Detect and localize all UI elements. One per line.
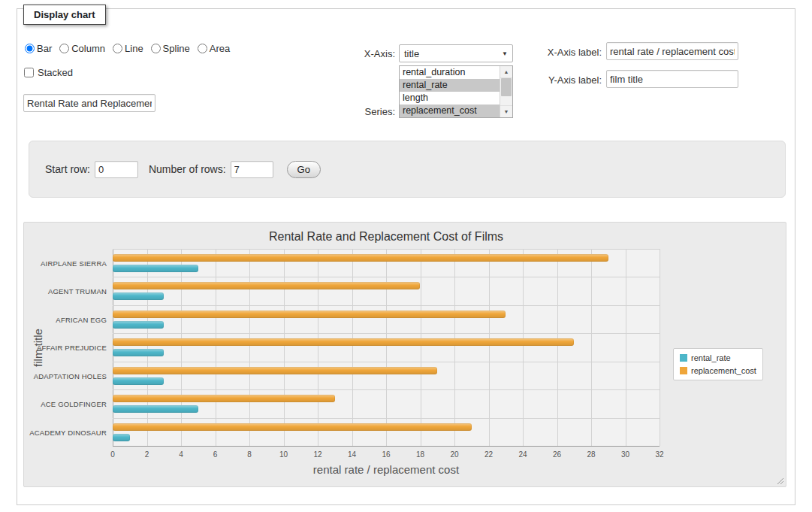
gridline-horizontal: [113, 277, 660, 277]
chart-title: Rental Rate and Replacement Cost of Film…: [113, 230, 660, 244]
series-listbox-label: Series:: [329, 106, 395, 117]
legend-swatch-rental_rate: [680, 354, 687, 362]
y-axis-label-input[interactable]: [606, 70, 738, 88]
bar-rental_rate: [113, 405, 198, 413]
x-tick-label: 28: [587, 450, 595, 459]
bar-replacement_cost: [113, 367, 437, 374]
x-tick-label: 2: [145, 450, 149, 459]
x-tick-label: 20: [450, 450, 458, 459]
gridline-vertical: [352, 249, 353, 446]
series-listbox[interactable]: rental_durationrental_ratelengthreplacem…: [399, 65, 513, 118]
x-tick-label: 12: [313, 450, 321, 459]
gridline-horizontal: [113, 333, 660, 334]
radio-label: Line: [125, 43, 143, 54]
x-tick-label: 24: [518, 450, 527, 459]
x-tick-label: 14: [348, 450, 356, 459]
legend-swatch-replacement_cost: [680, 367, 687, 374]
number-of-rows-input[interactable]: [231, 161, 273, 178]
bar-rental_rate: [113, 434, 130, 441]
bar-rental_rate: [113, 321, 164, 329]
gridline-vertical: [557, 249, 558, 446]
gridline-horizontal: [113, 305, 660, 306]
page: Display chart BarColumnLineSplineArea St…: [0, 0, 812, 512]
x-tick-label: 26: [553, 450, 561, 459]
gridline-vertical: [591, 249, 592, 446]
x-axis-select-label: X-Axis:: [329, 48, 395, 59]
chart-type-option-bar[interactable]: Bar: [25, 43, 52, 54]
bar-replacement_cost: [113, 395, 335, 402]
series-option-length[interactable]: length: [400, 92, 500, 105]
radio-label: Column: [71, 43, 105, 54]
chart-type-option-column[interactable]: Column: [59, 43, 105, 54]
gridline-horizontal: [113, 362, 660, 362]
bar-replacement_cost: [113, 311, 506, 318]
gridline-vertical: [216, 249, 216, 446]
number-of-rows-label: Number of rows:: [149, 163, 226, 175]
fieldset-legend: Display chart: [23, 5, 106, 25]
bar-replacement_cost: [113, 338, 574, 346]
chart-type-option-area[interactable]: Area: [198, 43, 230, 54]
gridline-vertical: [523, 249, 524, 446]
stacked-checkbox-row[interactable]: Stacked: [24, 67, 73, 78]
gridline-vertical: [284, 249, 285, 446]
stacked-label: Stacked: [38, 67, 73, 78]
bar-rental_rate: [113, 265, 198, 272]
scrollbar-thumb[interactable]: [501, 78, 512, 96]
gridline-horizontal: [113, 418, 660, 419]
x-tick-label: 4: [179, 450, 183, 459]
bar-rental_rate: [113, 349, 164, 356]
y-axis-title: film title: [32, 288, 44, 408]
chart-type-option-spline[interactable]: Spline: [151, 43, 190, 54]
listbox-scrollbar[interactable]: ▲ ▼: [500, 66, 512, 117]
gridline-horizontal: [113, 389, 660, 390]
series-option-rental_duration[interactable]: rental_duration: [400, 66, 500, 79]
go-button[interactable]: Go: [287, 161, 321, 178]
start-row-input[interactable]: [95, 161, 138, 178]
resize-handle-icon[interactable]: [775, 476, 784, 485]
series-option-rental_rate[interactable]: rental_rate: [400, 79, 500, 92]
category-label: ACADEMY DINOSAUR: [24, 428, 107, 436]
radio-column[interactable]: [59, 44, 69, 53]
legend-item-replacement_cost[interactable]: replacement_cost: [680, 366, 756, 375]
chart-type-option-line[interactable]: Line: [113, 43, 143, 54]
radio-line[interactable]: [113, 44, 122, 53]
y-axis-label-label: Y-Axis label:: [525, 74, 602, 86]
gridline-vertical: [249, 249, 250, 446]
radio-label: Bar: [37, 43, 52, 54]
x-tick-label: 22: [484, 450, 493, 459]
legend-item-rental_rate[interactable]: rental_rate: [680, 353, 756, 362]
x-tick-label: 6: [213, 450, 218, 459]
gridline-vertical: [660, 249, 660, 446]
radio-bar[interactable]: [25, 44, 35, 53]
start-row-label: Start row:: [45, 163, 90, 175]
radio-label: Area: [210, 43, 230, 54]
legend-label: replacement_cost: [691, 366, 756, 375]
x-axis-line: [113, 446, 660, 447]
gridline-vertical: [386, 249, 387, 446]
chart-title-input[interactable]: [23, 94, 155, 112]
bar-rental_rate: [113, 292, 164, 300]
bar-replacement_cost: [113, 254, 608, 262]
legend-label: rental_rate: [691, 353, 731, 362]
gridline-vertical: [181, 249, 182, 446]
chart-canvas: 02468101214161820222426283032AIRPLANE SI…: [24, 223, 786, 486]
series-option-replacement_cost[interactable]: replacement_cost: [400, 105, 500, 117]
display-chart-fieldset: Display chart BarColumnLineSplineArea St…: [17, 8, 795, 505]
gridline-vertical: [421, 249, 421, 446]
radio-label: Spline: [163, 43, 190, 54]
radio-area[interactable]: [198, 44, 207, 53]
scroll-down-icon[interactable]: ▼: [500, 105, 512, 117]
x-tick-label: 32: [655, 450, 663, 459]
category-label: AIRPLANE SIERRA: [24, 259, 107, 268]
x-axis-label-input[interactable]: [606, 42, 738, 60]
x-tick-label: 16: [382, 450, 390, 459]
stacked-checkbox[interactable]: [24, 68, 34, 77]
scroll-up-icon[interactable]: ▲: [500, 66, 512, 78]
x-tick-label: 18: [416, 450, 424, 459]
gridline-vertical: [318, 249, 318, 446]
x-axis-select[interactable]: title ▼: [399, 44, 513, 62]
chevron-down-icon: ▼: [502, 50, 508, 57]
radio-spline[interactable]: [151, 44, 161, 53]
chart-legend: rental_ratereplacement_cost: [673, 348, 763, 380]
x-tick-label: 10: [279, 450, 288, 459]
